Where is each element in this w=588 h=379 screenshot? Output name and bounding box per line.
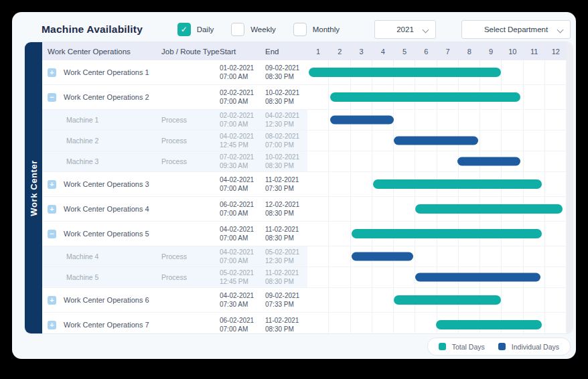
table-row[interactable]: −Work Center Operations 504-02-202107:00… (42, 222, 567, 246)
row-timeline-cell (307, 85, 567, 109)
daily-checkbox[interactable]: ✓ (177, 23, 191, 36)
row-end-datetime: 10-02-202108:30 PM (265, 151, 307, 171)
daily-filter[interactable]: ✓ Daily (177, 23, 214, 36)
table-row[interactable]: +Work Center Operations 604-02-202107:30… (42, 288, 567, 313)
total-days-swatch (439, 343, 446, 350)
start-time: 07:00 AM (220, 256, 248, 265)
legend-item-total-days: Total Days (439, 343, 485, 351)
column-header-end: End (265, 42, 307, 60)
expand-icon[interactable]: + (48, 180, 56, 189)
day-label: 3 (351, 42, 372, 60)
expand-icon[interactable]: + (48, 68, 56, 77)
year-select[interactable]: 2021 (374, 20, 436, 39)
row-table-cells: Machine 1Process02-02-202107:00 AM04-02-… (42, 110, 307, 130)
expand-icon[interactable]: + (48, 205, 56, 214)
row-job-type (161, 172, 220, 196)
work-center-rail-label: Work Center (29, 160, 39, 216)
end-time: 08:30 PM (265, 97, 294, 106)
row-table-cells: +Work Center Operations 101-02-202107:00… (42, 60, 307, 84)
start-time: 07:00 AM (220, 184, 248, 193)
row-table-cells: Machine 2Process04-02-202112:45 PM08-02-… (42, 131, 307, 151)
page-title: Machine Availability (42, 23, 143, 35)
row-name-label: Machine 4 (66, 252, 98, 260)
row-job-type: Process (161, 151, 220, 171)
row-end-datetime: 11-02-202108:30 PM (265, 267, 307, 287)
row-start-datetime: 06-02-202107:00 AM (220, 197, 265, 221)
end-date: 10-02-2021 (265, 153, 299, 161)
table-row: Machine 4Process04-02-202107:00 AM05-02-… (42, 246, 567, 267)
row-job-type (161, 197, 220, 221)
day-label: 2 (329, 42, 350, 60)
department-select-value: Select Department (484, 25, 548, 33)
row-start-datetime: 07-02-202109:30 AM (220, 151, 265, 171)
column-header-operations: Work Center Operations (42, 42, 161, 60)
day-label: 9 (480, 42, 502, 60)
start-date: 02-02-2021 (220, 88, 254, 97)
row-table-cells: Machine 3Process07-02-202109:30 AM10-02-… (42, 151, 307, 171)
column-header-start: Start (220, 42, 265, 60)
row-end-datetime: 11-02-202108:30 PM (265, 313, 307, 334)
row-name-cell: +Work Center Operations 4 (42, 197, 161, 221)
legend-item-individual-days: Individual Days (498, 343, 559, 351)
row-name-cell: Machine 2 (42, 131, 161, 151)
end-time: 07:30 PM (265, 184, 294, 193)
row-timeline-cell (307, 267, 567, 287)
collapse-icon[interactable]: − (48, 93, 56, 102)
table-row[interactable]: +Work Center Operations 406-02-202107:00… (42, 197, 567, 222)
start-date: 06-02-2021 (220, 316, 254, 325)
monthly-checkbox[interactable] (293, 23, 307, 36)
row-name-cell: Machine 3 (42, 151, 161, 171)
row-name-cell: +Work Center Operations 7 (42, 313, 161, 334)
table-row[interactable]: −Work Center Operations 202-02-202107:00… (42, 85, 567, 110)
end-time: 08:30 PM (265, 325, 294, 333)
row-job-type (161, 85, 220, 109)
row-name-cell: Machine 5 (42, 267, 161, 287)
row-name-label: Work Center Operations 3 (64, 180, 149, 188)
row-job-type: Process (161, 246, 220, 267)
individual-days-label: Individual Days (512, 343, 559, 351)
individual-days-bar (415, 273, 540, 282)
start-time: 12:45 PM (220, 141, 248, 149)
table-row[interactable]: +Work Center Operations 101-02-202107:00… (42, 60, 567, 85)
row-job-type: Process (161, 110, 220, 130)
row-timeline-cell (307, 197, 567, 221)
total-days-bar (352, 229, 542, 238)
start-date: 04-02-2021 (220, 225, 254, 234)
row-start-datetime: 05-02-202112:45 PM (220, 267, 265, 287)
monthly-filter[interactable]: Monthly (293, 23, 340, 36)
end-date: 12-02-2021 (265, 200, 299, 209)
individual-days-bar (394, 137, 478, 145)
end-date: 10-02-2021 (265, 88, 299, 97)
row-name-label: Machine 2 (66, 137, 98, 145)
weekly-filter[interactable]: Weekly (231, 23, 276, 36)
end-date: 09-02-2021 (265, 64, 299, 72)
day-label: 6 (415, 42, 437, 60)
row-timeline-cell (307, 313, 567, 334)
row-end-datetime: 04-02-202112:30 PM (265, 110, 307, 130)
row-name-cell: +Work Center Operations 1 (42, 60, 161, 84)
start-date: 04-02-2021 (220, 175, 254, 184)
timeline-day-header: 123456789101112 (307, 42, 567, 60)
expand-icon[interactable]: + (48, 296, 56, 305)
row-end-datetime: 09-02-202108:30 PM (265, 60, 307, 84)
column-header-job-type: Job / Route Type (161, 42, 220, 60)
row-end-datetime: 11-02-202107:30 PM (265, 172, 307, 196)
chevron-down-icon (423, 27, 429, 33)
vertical-scrollbar[interactable] (567, 42, 573, 333)
table-row[interactable]: +Work Center Operations 706-02-202107:00… (42, 313, 567, 334)
view-filters: ✓ Daily Weekly Monthly 2021 Select Depar… (177, 20, 571, 39)
collapse-icon[interactable]: − (48, 230, 56, 238)
total-days-bar (309, 68, 501, 77)
table-row[interactable]: +Work Center Operations 304-02-202107:00… (42, 172, 567, 197)
department-select[interactable]: Select Department (461, 20, 571, 39)
total-days-bar (436, 320, 542, 329)
expand-icon[interactable]: + (48, 321, 56, 329)
weekly-checkbox[interactable] (231, 23, 244, 36)
start-date: 05-02-2021 (220, 269, 254, 277)
end-date: 11-02-2021 (265, 175, 299, 184)
end-time: 07:00 PM (265, 141, 294, 149)
start-date: 04-02-2021 (220, 248, 254, 256)
row-name-label: Work Center Operations 5 (64, 230, 149, 238)
individual-days-bar (330, 116, 394, 125)
row-start-datetime: 04-02-202107:00 AM (220, 222, 265, 246)
